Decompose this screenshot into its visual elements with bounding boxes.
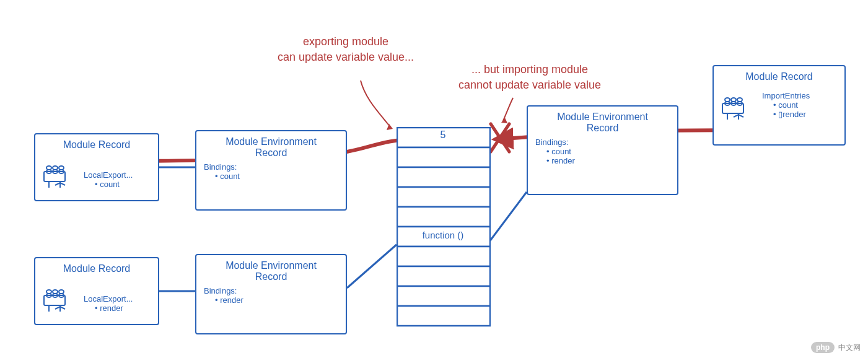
module-record-1-title: Module Record: [43, 139, 151, 151]
watermark-text: 中文网: [838, 343, 861, 353]
svg-point-21: [46, 290, 51, 294]
list-item: count: [773, 100, 810, 110]
svg-point-28: [725, 98, 730, 102]
env-record-3: Module Environment Record Bindings: coun…: [527, 105, 678, 195]
env-record-2-title: Module Environment Record: [204, 260, 338, 282]
module-record-2-title: Module Record: [43, 263, 151, 274]
module-record-2-list: render: [95, 303, 133, 313]
module-record-3: Module Record ImportEntries count ▯rende…: [712, 65, 846, 146]
svg-rect-1: [397, 147, 490, 167]
env-record-1-bindings-label: Bindings:: [204, 162, 338, 172]
annotation-importing: ... but importing module cannot update v…: [434, 62, 626, 93]
env-record-1-title: Module Environment Record: [204, 136, 338, 159]
svg-point-23: [59, 290, 64, 294]
env-record-3-list: count render: [546, 147, 670, 165]
annotation-importing-text: ... but importing module cannot update v…: [458, 63, 601, 91]
brick-icon: [42, 284, 71, 314]
svg-point-29: [731, 98, 736, 102]
svg-point-16: [59, 166, 64, 170]
svg-rect-2: [397, 167, 490, 187]
list-item: count: [215, 172, 338, 181]
annotation-exporting-text: exporting module can update variable val…: [278, 35, 414, 63]
module-record-2: Module Record LocalExport... render: [34, 257, 159, 325]
svg-point-14: [46, 166, 51, 170]
memory-cell-0: 5: [397, 129, 489, 141]
env-record-2-list: render: [215, 295, 338, 305]
env-record-2: Module Environment Record Bindings: rend…: [195, 254, 347, 334]
brick-icon: [42, 160, 71, 190]
module-record-3-importlabel: ImportEntries: [762, 91, 810, 100]
env-record-1-list: count: [215, 172, 338, 181]
svg-point-30: [737, 98, 742, 102]
module-record-1-sublabel: LocalExport...: [84, 170, 133, 180]
svg-rect-6: [397, 247, 490, 266]
env-record-1: Module Environment Record Bindings: coun…: [195, 130, 347, 211]
watermark: php 中文网: [811, 342, 861, 353]
module-record-1-list: count: [95, 180, 133, 189]
module-record-2-sublabel: LocalExport...: [84, 294, 133, 303]
list-item: render: [546, 156, 670, 165]
list-item: render: [95, 303, 133, 313]
env-record-3-bindings-label: Bindings:: [535, 138, 670, 147]
svg-rect-8: [397, 286, 490, 306]
module-record-3-list: count ▯render: [773, 100, 810, 119]
env-record-2-bindings-label: Bindings:: [204, 286, 338, 295]
annotation-exporting: exporting module can update variable val…: [259, 34, 432, 65]
list-item: ▯render: [773, 110, 810, 119]
svg-rect-3: [397, 187, 490, 207]
module-record-1: Module Record LocalExport... count: [34, 133, 159, 201]
watermark-badge: php: [811, 342, 835, 353]
svg-rect-9: [397, 306, 490, 326]
list-item: count: [95, 180, 133, 189]
memory-cell-5: function (): [397, 230, 489, 240]
brick-icon: [720, 92, 750, 122]
svg-rect-4: [397, 207, 490, 227]
module-record-3-title: Module Record: [721, 71, 837, 82]
memory-column: 5 function (): [397, 127, 491, 340]
env-record-3-title: Module Environment Record: [535, 111, 670, 134]
svg-rect-7: [397, 266, 490, 286]
svg-point-15: [53, 166, 58, 170]
svg-point-22: [53, 290, 58, 294]
list-item: count: [546, 147, 670, 156]
list-item: render: [215, 295, 338, 305]
